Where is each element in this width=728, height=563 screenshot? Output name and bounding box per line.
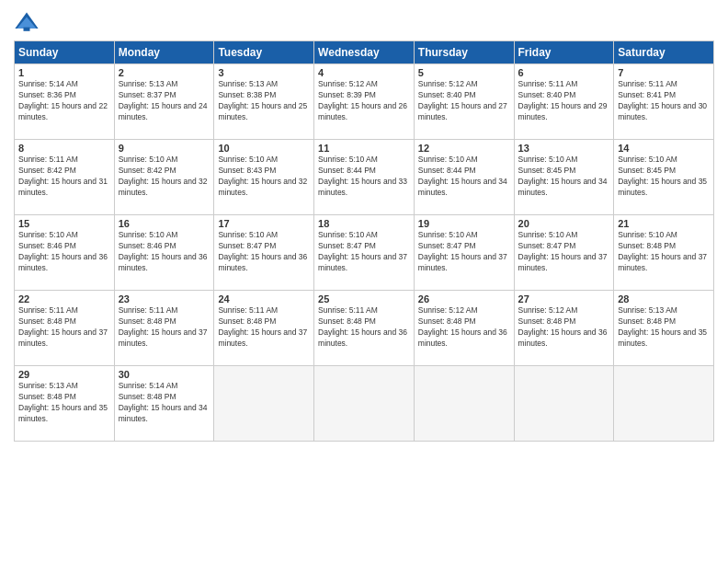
daylight-label: Daylight: 15 hours and 26 minutes. [318, 101, 407, 121]
daylight-label: Daylight: 15 hours and 32 minutes. [119, 177, 208, 197]
day-number: 5 [418, 67, 510, 78]
day-cell: 7 Sunrise: 5:11 AM Sunset: 8:41 PM Dayli… [614, 64, 714, 140]
sunset-label: Sunset: 8:48 PM [418, 316, 476, 326]
daylight-label: Daylight: 15 hours and 36 minutes. [518, 327, 608, 348]
logo [14, 9, 43, 35]
sunset-label: Sunset: 8:45 PM [518, 166, 576, 175]
day-info: Sunrise: 5:12 AM Sunset: 8:39 PM Dayligh… [318, 79, 410, 123]
day-number: 24 [218, 293, 310, 304]
day-cell [614, 366, 714, 442]
daylight-label: Daylight: 15 hours and 25 minutes. [218, 101, 307, 121]
svg-rect-2 [24, 28, 30, 31]
sunrise-label: Sunrise: 5:10 AM [318, 155, 378, 164]
daylight-label: Daylight: 15 hours and 35 minutes. [618, 177, 707, 197]
sunrise-label: Sunrise: 5:10 AM [119, 155, 178, 164]
sunset-label: Sunset: 8:48 PM [618, 241, 676, 250]
day-info: Sunrise: 5:11 AM Sunset: 8:48 PM Dayligh… [318, 305, 410, 350]
day-cell: 15 Sunrise: 5:10 AM Sunset: 8:46 PM Dayl… [15, 215, 115, 291]
sunset-label: Sunset: 8:40 PM [418, 90, 476, 99]
day-number: 19 [418, 218, 510, 229]
day-number: 11 [318, 143, 410, 154]
day-number: 1 [18, 67, 110, 78]
day-number: 30 [119, 369, 210, 380]
day-info: Sunrise: 5:10 AM Sunset: 8:42 PM Dayligh… [119, 155, 210, 199]
sunrise-label: Sunrise: 5:10 AM [618, 155, 677, 164]
sunrise-label: Sunrise: 5:10 AM [518, 230, 578, 239]
day-cell: 6 Sunrise: 5:11 AM Sunset: 8:40 PM Dayli… [514, 64, 614, 140]
table-row: 8 Sunrise: 5:11 AM Sunset: 8:42 PM Dayli… [15, 140, 714, 215]
sunrise-label: Sunrise: 5:11 AM [18, 305, 78, 315]
day-number: 23 [119, 293, 210, 304]
sunrise-label: Sunrise: 5:12 AM [418, 79, 478, 88]
sunrise-label: Sunrise: 5:11 AM [518, 79, 578, 88]
day-cell: 21 Sunrise: 5:10 AM Sunset: 8:48 PM Dayl… [614, 215, 714, 291]
sunrise-label: Sunrise: 5:10 AM [119, 230, 178, 239]
day-cell: 3 Sunrise: 5:13 AM Sunset: 8:38 PM Dayli… [214, 64, 314, 140]
daylight-label: Daylight: 15 hours and 37 minutes. [218, 327, 307, 348]
sunrise-label: Sunrise: 5:11 AM [119, 305, 178, 315]
day-number: 3 [218, 67, 310, 78]
day-cell: 26 Sunrise: 5:12 AM Sunset: 8:48 PM Dayl… [414, 291, 514, 366]
sunrise-label: Sunrise: 5:13 AM [18, 381, 78, 390]
day-cell: 1 Sunrise: 5:14 AM Sunset: 8:36 PM Dayli… [15, 64, 115, 140]
weekday-header-cell: Friday [514, 41, 614, 64]
day-cell: 28 Sunrise: 5:13 AM Sunset: 8:48 PM Dayl… [614, 291, 714, 366]
day-info: Sunrise: 5:10 AM Sunset: 8:45 PM Dayligh… [518, 155, 610, 199]
day-number: 10 [218, 143, 310, 154]
day-info: Sunrise: 5:11 AM Sunset: 8:40 PM Dayligh… [518, 79, 610, 123]
day-info: Sunrise: 5:12 AM Sunset: 8:48 PM Dayligh… [418, 305, 510, 350]
sunset-label: Sunset: 8:41 PM [618, 90, 676, 99]
day-info: Sunrise: 5:11 AM Sunset: 8:48 PM Dayligh… [18, 305, 110, 350]
sunrise-label: Sunrise: 5:10 AM [218, 155, 278, 164]
day-cell: 29 Sunrise: 5:13 AM Sunset: 8:48 PM Dayl… [15, 366, 115, 442]
sunrise-label: Sunrise: 5:14 AM [18, 79, 78, 88]
day-cell: 16 Sunrise: 5:10 AM Sunset: 8:46 PM Dayl… [114, 215, 214, 291]
table-row: 15 Sunrise: 5:10 AM Sunset: 8:46 PM Dayl… [15, 215, 714, 291]
weekday-header-cell: Monday [114, 41, 214, 64]
sunrise-label: Sunrise: 5:10 AM [318, 230, 378, 239]
day-cell: 9 Sunrise: 5:10 AM Sunset: 8:42 PM Dayli… [114, 140, 214, 215]
sunrise-label: Sunrise: 5:13 AM [218, 79, 278, 88]
day-info: Sunrise: 5:10 AM Sunset: 8:48 PM Dayligh… [618, 230, 710, 274]
day-cell: 14 Sunrise: 5:10 AM Sunset: 8:45 PM Dayl… [614, 140, 714, 215]
sunrise-label: Sunrise: 5:12 AM [318, 79, 378, 88]
day-number: 6 [518, 67, 610, 78]
weekday-header-cell: Saturday [614, 41, 714, 64]
weekday-header-cell: Thursday [414, 41, 514, 64]
day-cell: 22 Sunrise: 5:11 AM Sunset: 8:48 PM Dayl… [15, 291, 115, 366]
day-info: Sunrise: 5:11 AM Sunset: 8:42 PM Dayligh… [18, 155, 110, 199]
daylight-label: Daylight: 15 hours and 37 minutes. [18, 327, 108, 348]
daylight-label: Daylight: 15 hours and 22 minutes. [18, 101, 108, 121]
day-cell: 11 Sunrise: 5:10 AM Sunset: 8:44 PM Dayl… [314, 140, 415, 215]
day-cell: 27 Sunrise: 5:12 AM Sunset: 8:48 PM Dayl… [514, 291, 614, 366]
sunset-label: Sunset: 8:38 PM [218, 90, 276, 99]
header [14, 9, 714, 35]
day-number: 16 [119, 218, 210, 229]
daylight-label: Daylight: 15 hours and 32 minutes. [218, 177, 307, 197]
daylight-label: Daylight: 15 hours and 35 minutes. [618, 327, 707, 348]
day-info: Sunrise: 5:10 AM Sunset: 8:45 PM Dayligh… [618, 155, 710, 199]
daylight-label: Daylight: 15 hours and 24 minutes. [119, 101, 208, 121]
sunset-label: Sunset: 8:42 PM [18, 166, 76, 175]
sunrise-label: Sunrise: 5:12 AM [418, 305, 478, 315]
day-number: 17 [218, 218, 310, 229]
weekday-header-cell: Sunday [15, 41, 115, 64]
daylight-label: Daylight: 15 hours and 27 minutes. [418, 101, 507, 121]
sunset-label: Sunset: 8:48 PM [119, 316, 176, 326]
sunset-label: Sunset: 8:47 PM [418, 241, 476, 250]
daylight-label: Daylight: 15 hours and 34 minutes. [418, 177, 507, 197]
sunrise-label: Sunrise: 5:10 AM [418, 230, 478, 239]
day-cell [314, 366, 415, 442]
day-info: Sunrise: 5:10 AM Sunset: 8:47 PM Dayligh… [318, 230, 410, 274]
daylight-label: Daylight: 15 hours and 36 minutes. [119, 252, 208, 272]
day-cell: 12 Sunrise: 5:10 AM Sunset: 8:44 PM Dayl… [414, 140, 514, 215]
day-info: Sunrise: 5:10 AM Sunset: 8:43 PM Dayligh… [218, 155, 310, 199]
day-cell: 18 Sunrise: 5:10 AM Sunset: 8:47 PM Dayl… [314, 215, 415, 291]
day-info: Sunrise: 5:13 AM Sunset: 8:48 PM Dayligh… [618, 305, 710, 350]
daylight-label: Daylight: 15 hours and 29 minutes. [518, 101, 608, 121]
logo-icon [14, 9, 40, 35]
sunset-label: Sunset: 8:42 PM [119, 166, 176, 175]
weekday-header-cell: Wednesday [314, 41, 415, 64]
day-info: Sunrise: 5:14 AM Sunset: 8:48 PM Dayligh… [119, 381, 210, 425]
sunrise-label: Sunrise: 5:10 AM [418, 155, 478, 164]
